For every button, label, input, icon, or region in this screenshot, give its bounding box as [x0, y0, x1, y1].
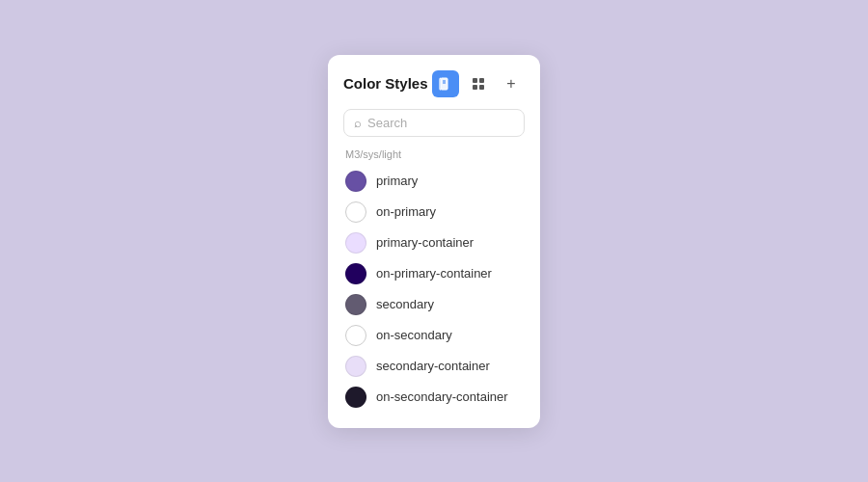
svg-rect-7	[479, 85, 484, 90]
color-item[interactable]: primary	[343, 166, 525, 197]
color-item[interactable]: on-secondary	[343, 320, 525, 351]
search-icon: ⌕	[354, 116, 362, 130]
panel-title: Color Styles	[343, 75, 428, 92]
color-styles-panel: Color Styles +	[328, 55, 540, 428]
color-item[interactable]: on-primary	[343, 197, 525, 228]
section-label: M3/sys/light	[343, 148, 525, 160]
grid-icon-button[interactable]	[465, 70, 492, 97]
color-item[interactable]: secondary-container	[343, 351, 525, 382]
book-icon	[439, 77, 452, 91]
color-name: on-primary-container	[376, 266, 492, 281]
color-swatch	[345, 294, 366, 315]
color-swatch	[345, 201, 366, 223]
color-swatch	[345, 325, 366, 346]
color-name: on-secondary	[376, 328, 452, 342]
color-swatch	[345, 232, 366, 254]
panel-header: Color Styles +	[343, 70, 525, 97]
add-button[interactable]: +	[498, 70, 525, 97]
color-swatch	[345, 387, 366, 408]
color-name: secondary	[376, 297, 434, 311]
svg-rect-0	[441, 78, 448, 90]
color-swatch	[345, 356, 366, 377]
svg-rect-6	[473, 85, 477, 90]
color-name: on-primary	[376, 204, 436, 219]
color-item[interactable]: primary-container	[343, 228, 525, 258]
color-item[interactable]: on-secondary-container	[343, 382, 525, 413]
color-item[interactable]: secondary	[343, 289, 525, 320]
color-name: secondary-container	[376, 359, 490, 373]
book-icon-button[interactable]	[432, 70, 459, 97]
grid-icon	[472, 77, 485, 91]
search-bar: ⌕	[343, 109, 525, 137]
header-icons: +	[432, 70, 525, 97]
color-name: primary	[376, 174, 418, 188]
color-name: on-secondary-container	[376, 389, 508, 404]
svg-rect-5	[479, 78, 484, 83]
color-swatch	[345, 171, 366, 192]
color-name: primary-container	[376, 235, 474, 250]
color-list: primaryon-primaryprimary-containeron-pri…	[343, 166, 525, 413]
color-item[interactable]: on-primary-container	[343, 258, 525, 289]
search-input[interactable]	[367, 116, 514, 130]
svg-rect-4	[473, 78, 477, 83]
color-swatch	[345, 263, 366, 284]
